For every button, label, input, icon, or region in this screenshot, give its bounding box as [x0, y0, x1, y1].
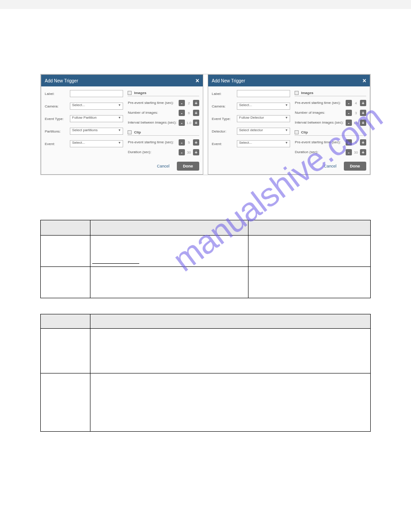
clip-section-label: Clip — [301, 130, 308, 134]
dialog-header: Add New Trigger × — [41, 75, 203, 86]
minus-icon[interactable]: - — [346, 100, 352, 106]
minus-icon[interactable]: - — [179, 110, 185, 116]
label-label: Label: — [212, 92, 234, 96]
plus-icon[interactable]: + — [193, 100, 199, 106]
dialog-title: Add New Trigger — [45, 78, 78, 83]
dialog-header: Add New Trigger × — [208, 75, 370, 86]
cancel-button[interactable]: Cancel — [321, 162, 339, 171]
minus-icon[interactable]: - — [346, 110, 352, 116]
table-header-row — [41, 220, 371, 236]
camera-select[interactable]: Select... — [237, 103, 290, 110]
detector-select[interactable]: Select detector — [237, 128, 290, 135]
add-trigger-dialog-detector: Add New Trigger × Label: Camera: Select.… — [208, 74, 370, 175]
plus-icon[interactable]: + — [360, 139, 366, 146]
done-button[interactable]: Done — [177, 162, 200, 171]
clip-section-label: Clip — [134, 130, 141, 134]
duration-stepper[interactable]: - 30 + — [346, 149, 366, 155]
plus-icon[interactable]: + — [360, 149, 366, 155]
duration-value: 30 — [352, 150, 360, 154]
dialogs-container: Add New Trigger × Label: Camera: Select.… — [40, 74, 371, 175]
eventtype-label: Event Type: — [45, 117, 67, 121]
table-row — [41, 267, 371, 298]
clip-checkbox[interactable] — [295, 130, 299, 134]
table-row — [41, 236, 371, 267]
interval-stepper[interactable]: - 1.0 + — [179, 120, 199, 126]
preevent-stepper[interactable]: - 2 + — [179, 100, 199, 106]
eventtype-select[interactable]: Follow Partition — [70, 115, 123, 122]
minus-icon[interactable]: - — [179, 149, 185, 155]
interval-stepper[interactable]: - 1.0 + — [346, 120, 366, 126]
underline-rule — [92, 263, 139, 264]
interval-value: 1.0 — [352, 121, 360, 125]
add-trigger-dialog-partition: Add New Trigger × Label: Camera: Select.… — [41, 74, 203, 175]
duration-label: Duration (sec): — [295, 150, 344, 154]
interval-label: Interval between images (sec): — [295, 121, 344, 125]
parameters-table-2 — [40, 314, 371, 432]
images-section-label: Images — [134, 91, 146, 95]
interval-value: 1.0 — [185, 121, 193, 125]
numimages-value: 3 — [352, 111, 360, 115]
eventtype-label: Event Type: — [212, 117, 234, 121]
duration-value: 30 — [185, 150, 193, 154]
plus-icon[interactable]: + — [193, 110, 199, 116]
clip-preevent-stepper[interactable]: - 5 + — [346, 139, 366, 146]
table-row — [41, 373, 371, 432]
minus-icon[interactable]: - — [346, 120, 352, 126]
detector-label: Detector: — [212, 129, 234, 133]
camera-label: Camera: — [45, 104, 67, 108]
clip-preevent-value: 5 — [185, 141, 193, 145]
table-row — [41, 329, 371, 373]
label-label: Label: — [45, 92, 67, 96]
duration-stepper[interactable]: - 30 + — [179, 149, 199, 155]
images-checkbox[interactable] — [128, 91, 132, 95]
duration-label: Duration (sec): — [128, 150, 177, 154]
clip-preevent-stepper[interactable]: - 5 + — [179, 139, 199, 146]
dialog-title: Add New Trigger — [212, 78, 245, 83]
numimages-stepper[interactable]: - 3 + — [346, 110, 366, 116]
event-select[interactable]: Select... — [237, 140, 290, 147]
plus-icon[interactable]: + — [193, 149, 199, 155]
preevent-label: Pre-event starting time (sec): — [128, 101, 177, 105]
plus-icon[interactable]: + — [360, 100, 366, 106]
parameters-table-1 — [40, 220, 371, 298]
event-label: Event: — [45, 142, 67, 146]
plus-icon[interactable]: + — [193, 120, 199, 126]
plus-icon[interactable]: + — [193, 139, 199, 146]
clip-preevent-label: Pre-event starting time (sec): — [128, 141, 177, 145]
numimages-label: Number of images: — [128, 111, 177, 115]
preevent-value: 2 — [185, 101, 193, 105]
partitions-label: Partitions: — [45, 129, 67, 133]
numimages-label: Number of images: — [295, 111, 344, 115]
clip-preevent-label: Pre-event starting time (sec): — [295, 141, 344, 145]
plus-icon[interactable]: + — [360, 110, 366, 116]
plus-icon[interactable]: + — [360, 120, 366, 126]
minus-icon[interactable]: - — [179, 100, 185, 106]
minus-icon[interactable]: - — [179, 139, 185, 146]
camera-label: Camera: — [212, 104, 234, 108]
eventtype-select[interactable]: Follow Detector — [237, 115, 290, 122]
minus-icon[interactable]: - — [346, 149, 352, 155]
images-checkbox[interactable] — [295, 91, 299, 95]
preevent-stepper[interactable]: - 4 + — [346, 100, 366, 106]
minus-icon[interactable]: - — [179, 120, 185, 126]
minus-icon[interactable]: - — [346, 139, 352, 146]
close-icon[interactable]: × — [363, 77, 366, 84]
numimages-value: 6 — [185, 111, 193, 115]
done-button[interactable]: Done — [344, 162, 367, 171]
interval-label: Interval between images (sec): — [128, 121, 177, 125]
numimages-stepper[interactable]: - 6 + — [179, 110, 199, 116]
clip-preevent-value: 5 — [352, 141, 360, 145]
camera-select[interactable]: Select... — [70, 103, 123, 110]
event-label: Event: — [212, 142, 234, 146]
cancel-button[interactable]: Cancel — [154, 162, 172, 171]
preevent-value: 4 — [352, 101, 360, 105]
table-header-row — [41, 314, 371, 329]
close-icon[interactable]: × — [196, 77, 199, 84]
preevent-label: Pre-event starting time (sec): — [295, 101, 344, 105]
event-select[interactable]: Select... — [70, 140, 123, 147]
clip-checkbox[interactable] — [128, 130, 132, 134]
images-section-label: Images — [301, 91, 313, 95]
label-input[interactable] — [237, 90, 290, 97]
label-input[interactable] — [70, 90, 123, 97]
partitions-select[interactable]: Select partitions — [70, 128, 123, 135]
